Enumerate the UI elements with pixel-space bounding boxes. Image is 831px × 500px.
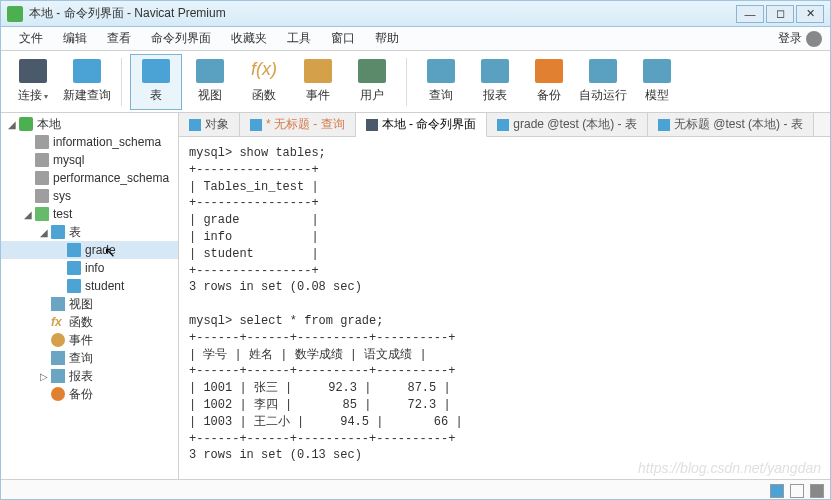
table-icon: [67, 243, 81, 257]
tree-events[interactable]: 事件: [1, 331, 178, 349]
database-icon: [35, 189, 49, 203]
model-icon: [643, 59, 671, 83]
tree-label: 视图: [69, 296, 93, 313]
menu-help[interactable]: 帮助: [365, 30, 409, 47]
menu-fav[interactable]: 收藏夹: [221, 30, 277, 47]
backup-label: 备份: [537, 87, 561, 104]
tab-cli[interactable]: 本地 - 命令列界面: [356, 113, 488, 137]
tab-untitled-tab[interactable]: 无标题 @test (本地) - 表: [648, 113, 814, 136]
view-icon: [196, 59, 224, 83]
table-icon: [67, 279, 81, 293]
tab-label: grade @test (本地) - 表: [513, 116, 637, 133]
login-link[interactable]: 登录: [778, 30, 822, 47]
window-title: 本地 - 命令列界面 - Navicat Premium: [29, 5, 736, 22]
tree-table-student[interactable]: student: [1, 277, 178, 295]
toolbar-backup[interactable]: 备份: [523, 54, 575, 110]
tree-label: test: [53, 207, 72, 221]
tree-label: 函数: [69, 314, 93, 331]
backup-icon: [51, 387, 65, 401]
tree-connection[interactable]: ◢本地: [1, 115, 178, 133]
toolbar-event[interactable]: 事件: [292, 54, 344, 110]
connection-icon: [19, 117, 33, 131]
view-label: 视图: [198, 87, 222, 104]
menu-view[interactable]: 查看: [97, 30, 141, 47]
tab-label: 本地 - 命令列界面: [382, 116, 477, 133]
table-icon: [142, 59, 170, 83]
tab-untitled-query[interactable]: * 无标题 - 查询: [240, 113, 356, 136]
tree-db-sys[interactable]: sys: [1, 187, 178, 205]
tab-objects[interactable]: 对象: [179, 113, 240, 136]
menubar: 文件 编辑 查看 命令列界面 收藏夹 工具 窗口 帮助 登录: [1, 27, 830, 51]
toolbar-view[interactable]: 视图: [184, 54, 236, 110]
tree-queries[interactable]: 查询: [1, 349, 178, 367]
toolbar: 连接▾新建查询表视图f(x)函数事件用户查询报表备份自动运行模型: [1, 51, 830, 113]
statusbar: [1, 479, 830, 500]
twist-icon[interactable]: ◢: [21, 209, 35, 220]
menu-window[interactable]: 窗口: [321, 30, 365, 47]
content-area: 对象* 无标题 - 查询本地 - 命令列界面grade @test (本地) -…: [179, 113, 830, 479]
tree-tables[interactable]: ◢表: [1, 223, 178, 241]
event-icon: [304, 59, 332, 83]
toolbar-connect[interactable]: 连接▾: [7, 54, 59, 110]
min-button[interactable]: —: [736, 5, 764, 23]
tree-label: 事件: [69, 332, 93, 349]
tree-backups[interactable]: 备份: [1, 385, 178, 403]
twist-icon[interactable]: ▷: [37, 371, 51, 382]
tree-label: 查询: [69, 350, 93, 367]
toolbar-table[interactable]: 表: [130, 54, 182, 110]
toolbar-query[interactable]: 查询: [415, 54, 467, 110]
max-button[interactable]: ◻: [766, 5, 794, 23]
tab-grade-tab[interactable]: grade @test (本地) - 表: [487, 113, 648, 136]
tree-views[interactable]: 视图: [1, 295, 178, 313]
tree-reports[interactable]: ▷报表: [1, 367, 178, 385]
tree-label: grade: [85, 243, 116, 257]
backup-icon: [535, 59, 563, 83]
tree-label: sys: [53, 189, 71, 203]
status-icon-3[interactable]: [810, 484, 824, 498]
menu-file[interactable]: 文件: [9, 30, 53, 47]
toolbar-autorun[interactable]: 自动运行: [577, 54, 629, 110]
model-label: 模型: [645, 87, 669, 104]
tree-db-information_schema[interactable]: information_schema: [1, 133, 178, 151]
twist-icon[interactable]: ◢: [5, 119, 19, 130]
tab-icon: [497, 119, 509, 131]
tree-label: 本地: [37, 116, 61, 133]
connect-label: 连接▾: [18, 87, 48, 104]
titlebar: 本地 - 命令列界面 - Navicat Premium — ◻ ✕: [1, 1, 830, 27]
menu-tools[interactable]: 工具: [277, 30, 321, 47]
toolbar-report[interactable]: 报表: [469, 54, 521, 110]
tree-db-mysql[interactable]: mysql: [1, 151, 178, 169]
toolbar-user[interactable]: 用户: [346, 54, 398, 110]
menu-cli[interactable]: 命令列界面: [141, 30, 221, 47]
views-icon: [51, 297, 65, 311]
twist-icon[interactable]: ◢: [37, 227, 51, 238]
sidebar[interactable]: ◢本地information_schemamysqlperformance_sc…: [1, 113, 179, 479]
tree-functions[interactable]: fx函数: [1, 313, 178, 331]
tab-label: 对象: [205, 116, 229, 133]
query-label: 查询: [429, 87, 453, 104]
status-icon-2[interactable]: [790, 484, 804, 498]
user-label: 用户: [360, 87, 384, 104]
menu-edit[interactable]: 编辑: [53, 30, 97, 47]
toolbar-newquery[interactable]: 新建查询: [61, 54, 113, 110]
terminal-output[interactable]: mysql> show tables; +----------------+ |…: [179, 137, 830, 479]
tree-label: performance_schema: [53, 171, 169, 185]
window-buttons: — ◻ ✕: [736, 5, 824, 23]
toolbar-model[interactable]: 模型: [631, 54, 683, 110]
avatar-icon: [806, 31, 822, 47]
database-icon: [35, 135, 49, 149]
table-label: 表: [150, 87, 162, 104]
tree-label: 备份: [69, 386, 93, 403]
close-button[interactable]: ✕: [796, 5, 824, 23]
table-group-icon: [51, 225, 65, 239]
tab-icon: [189, 119, 201, 131]
status-icon-1[interactable]: [770, 484, 784, 498]
tree-table-grade[interactable]: grade: [1, 241, 178, 259]
tree-table-info[interactable]: info: [1, 259, 178, 277]
tree-db-performance_schema[interactable]: performance_schema: [1, 169, 178, 187]
tab-label: * 无标题 - 查询: [266, 116, 345, 133]
toolbar-function[interactable]: f(x)函数: [238, 54, 290, 110]
database-icon: [35, 207, 49, 221]
tree-db-test[interactable]: ◢test: [1, 205, 178, 223]
tree-label: info: [85, 261, 104, 275]
